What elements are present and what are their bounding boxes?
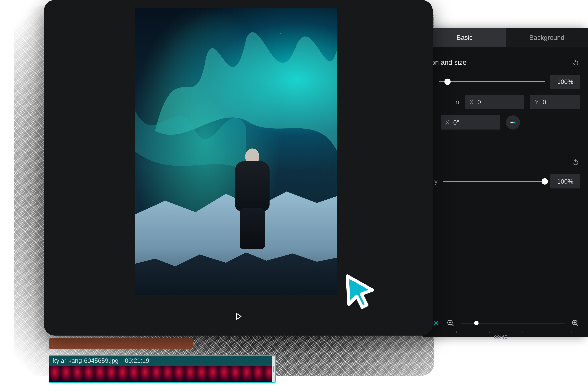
zoom-slider-thumb[interactable] bbox=[474, 321, 478, 325]
ruler-label-0040: 00:40 bbox=[494, 334, 508, 340]
rotation-value: 0° bbox=[453, 119, 459, 126]
scale-slider[interactable] bbox=[439, 82, 545, 82]
overlay-cursor-icon bbox=[340, 271, 380, 310]
scale-value: 100% bbox=[557, 78, 573, 85]
svg-line-7 bbox=[576, 324, 578, 326]
zoom-out-button[interactable] bbox=[446, 318, 455, 328]
reset-opacity-button[interactable] bbox=[572, 158, 580, 166]
reset-icon bbox=[572, 59, 580, 66]
timeline-track-audio[interactable] bbox=[48, 338, 193, 349]
inspector-footer: 00:40 bbox=[423, 309, 588, 337]
reset-position-size-button[interactable] bbox=[572, 58, 580, 67]
opacity-value: 100% bbox=[557, 178, 573, 185]
scale-row: 100% bbox=[423, 72, 588, 92]
rotation-row: X 0° bbox=[423, 112, 588, 133]
inspector-panel: Basic Background on and size 100% n X 0 … bbox=[423, 28, 588, 337]
opacity-row-label-fragment: y bbox=[434, 178, 438, 185]
zoom-slider[interactable] bbox=[461, 323, 566, 324]
opacity-slider-thumb[interactable] bbox=[542, 178, 548, 184]
play-icon bbox=[234, 312, 243, 321]
position-y-field[interactable]: Y 0 bbox=[530, 95, 580, 109]
timeline-clip-filename: kylar-kang-6045659.jpg bbox=[53, 357, 118, 364]
timeline-clip[interactable]: kylar-kang-6045659.jpg 00:21:19 bbox=[48, 355, 276, 382]
preview-image-person bbox=[232, 148, 273, 249]
position-x-label: X bbox=[470, 99, 474, 106]
rotation-label: X bbox=[445, 119, 450, 126]
position-y-value: 0 bbox=[543, 99, 546, 106]
scale-value-field[interactable]: 100% bbox=[550, 75, 580, 89]
position-row-label-fragment: n bbox=[456, 95, 459, 109]
zoom-out-icon bbox=[447, 319, 454, 327]
reset-icon bbox=[572, 158, 580, 166]
tab-basic[interactable]: Basic bbox=[423, 28, 506, 47]
section-position-size: on and size bbox=[423, 52, 588, 72]
inspector-tabs: Basic Background bbox=[423, 28, 588, 47]
section-position-size-title: on and size bbox=[431, 58, 466, 66]
timeline-clip-header: kylar-kang-6045659.jpg 00:21:19 bbox=[49, 356, 275, 366]
timeline-clip-thumbnails bbox=[49, 366, 275, 382]
svg-rect-0 bbox=[510, 122, 514, 123]
position-xy-row: n X 0 Y 0 bbox=[423, 92, 588, 112]
tab-background-label: Background bbox=[529, 34, 564, 42]
flip-icon bbox=[509, 119, 516, 126]
position-x-field[interactable]: X 0 bbox=[465, 95, 524, 109]
preview-canvas[interactable] bbox=[135, 8, 337, 295]
section-opacity bbox=[423, 152, 588, 171]
svg-rect-2 bbox=[435, 322, 437, 324]
rotation-field[interactable]: X 0° bbox=[440, 116, 500, 130]
position-y-label: Y bbox=[535, 99, 539, 106]
snap-icon bbox=[432, 319, 440, 327]
scale-slider-thumb[interactable] bbox=[444, 78, 451, 85]
tab-background[interactable]: Background bbox=[506, 28, 588, 47]
opacity-row: y 100% bbox=[423, 171, 588, 192]
zoom-in-icon bbox=[572, 319, 580, 327]
tab-basic-label: Basic bbox=[456, 34, 472, 42]
timeline: kylar-kang-6045659.jpg 00:21:19 bbox=[47, 338, 588, 382]
timeline-clip-duration: 00:21:19 bbox=[125, 357, 149, 364]
timeline-clip-right-handle[interactable] bbox=[272, 356, 275, 382]
svg-rect-1 bbox=[514, 122, 516, 123]
svg-line-4 bbox=[452, 324, 454, 326]
opacity-value-field[interactable]: 100% bbox=[550, 174, 580, 188]
position-x-value: 0 bbox=[478, 99, 481, 106]
opacity-slider[interactable] bbox=[443, 181, 545, 182]
timeline-ruler: 00:40 bbox=[423, 332, 588, 338]
play-button[interactable] bbox=[233, 312, 243, 322]
flip-button[interactable] bbox=[506, 116, 520, 130]
zoom-in-button[interactable] bbox=[571, 318, 580, 328]
